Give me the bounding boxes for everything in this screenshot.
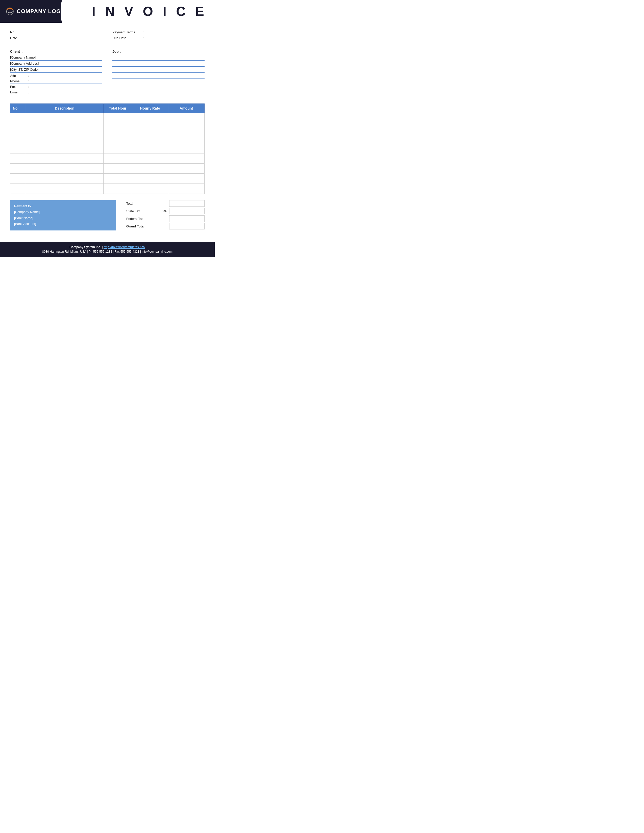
client-fax-row: Fax : (10, 85, 102, 89)
cell-1-1[interactable] (26, 123, 103, 133)
client-label: Client (10, 50, 20, 53)
footer-website-link[interactable]: http://freewordtemplates.net/ (103, 245, 145, 249)
no-label: No (10, 30, 40, 34)
payment-terms-row: Payment Terms : (113, 30, 204, 35)
cell-1-2[interactable] (103, 123, 132, 133)
cell-7-2[interactable] (103, 184, 132, 194)
client-header: Client : (10, 50, 102, 53)
grand-total-value-box[interactable] (169, 223, 204, 230)
cell-1-4[interactable] (168, 123, 204, 133)
cell-4-4[interactable] (168, 153, 204, 164)
cell-3-0[interactable] (10, 143, 26, 153)
cell-4-0[interactable] (10, 153, 26, 164)
cell-3-4[interactable] (168, 143, 204, 153)
cell-0-3[interactable] (132, 113, 168, 123)
table-row (10, 133, 204, 143)
col-amount: Amount (168, 104, 204, 113)
cell-7-4[interactable] (168, 184, 204, 194)
client-job-section: Client : [Company Name] [Company Address… (0, 44, 215, 101)
cell-6-1[interactable] (26, 174, 103, 184)
federal-tax-value-box[interactable] (169, 215, 204, 222)
total-row: Total (126, 200, 204, 207)
page-footer: Company System Inc. | http://freewordtem… (0, 242, 215, 257)
cell-3-1[interactable] (26, 143, 103, 153)
payment-bank-account: [Bank Account] (14, 221, 112, 227)
client-company-address[interactable]: [Company Address] (10, 61, 102, 67)
attn-colon: : (28, 74, 33, 77)
client-company-name[interactable]: [Company Name] (10, 56, 102, 61)
logo-section: COMPANY LOGO (0, 0, 71, 23)
total-value-box[interactable] (169, 200, 204, 207)
cell-6-0[interactable] (10, 174, 26, 184)
table-row (10, 184, 204, 194)
grand-total-row: Grand Total (126, 223, 204, 230)
job-field-2[interactable] (113, 61, 204, 67)
cell-1-3[interactable] (132, 123, 168, 133)
table-header: No Description Total Hour Hourly Rate Am… (10, 104, 204, 113)
cell-5-3[interactable] (132, 164, 168, 174)
cell-4-2[interactable] (103, 153, 132, 164)
payment-terms-colon: : (143, 30, 148, 34)
email-colon: : (28, 90, 33, 94)
cell-7-0[interactable] (10, 184, 26, 194)
attn-label: Attn (10, 74, 28, 77)
payment-company-name: [Company Name] (14, 209, 112, 215)
cell-6-4[interactable] (168, 174, 204, 184)
client-city-state-zip[interactable]: [City, ST, ZIP Code] (10, 68, 102, 73)
logo-text: COMPANY LOGO (17, 8, 65, 14)
cell-0-1[interactable] (26, 113, 103, 123)
footer-address: 8030 Harrington Rd, Miami, USA | Ph 555-… (5, 250, 209, 253)
table-header-row: No Description Total Hour Hourly Rate Am… (10, 104, 204, 113)
client-colon: : (21, 50, 23, 53)
invoice-title-section: I N V O I C E (71, 0, 215, 23)
job-field-1[interactable] (113, 56, 204, 61)
col-description: Description (26, 104, 103, 113)
email-label: Email (10, 90, 28, 94)
job-field-4[interactable] (113, 74, 204, 79)
due-date-label: Due Date (113, 36, 143, 40)
cell-2-2[interactable] (103, 133, 132, 143)
cell-5-0[interactable] (10, 164, 26, 174)
cell-6-3[interactable] (132, 174, 168, 184)
cell-2-4[interactable] (168, 133, 204, 143)
table-body (10, 113, 204, 194)
meta-section: No : Payment Terms : Date : Due Date : (0, 23, 215, 44)
cell-2-3[interactable] (132, 133, 168, 143)
cell-2-0[interactable] (10, 133, 26, 143)
date-colon: : (40, 36, 45, 40)
footer-company-name: Company System Inc. (69, 245, 101, 249)
cell-7-1[interactable] (26, 184, 103, 194)
federal-tax-row: Federal Tax (126, 215, 204, 222)
bottom-section: Payment to : [Company Name] [Bank Name] … (0, 196, 215, 234)
cell-5-2[interactable] (103, 164, 132, 174)
company-logo: COMPANY LOGO (5, 6, 65, 16)
cell-5-4[interactable] (168, 164, 204, 174)
cell-7-3[interactable] (132, 184, 168, 194)
cell-0-4[interactable] (168, 113, 204, 123)
cell-6-2[interactable] (103, 174, 132, 184)
cell-0-2[interactable] (103, 113, 132, 123)
fax-label: Fax (10, 85, 28, 88)
cell-3-2[interactable] (103, 143, 132, 153)
cell-1-0[interactable] (10, 123, 26, 133)
cell-4-1[interactable] (26, 153, 103, 164)
cell-4-3[interactable] (132, 153, 168, 164)
cell-5-1[interactable] (26, 164, 103, 174)
meta-grid: No : Payment Terms : Date : Due Date : (10, 30, 204, 42)
payment-label: Payment to : (14, 203, 112, 209)
page-header: COMPANY LOGO I N V O I C E (0, 0, 215, 23)
date-row: Date : (10, 36, 102, 41)
logo-icon (5, 6, 14, 16)
cell-0-0[interactable] (10, 113, 26, 123)
job-block: Job : (113, 50, 204, 96)
payment-terms-label: Payment Terms (113, 30, 143, 34)
footer-company-line: Company System Inc. | http://freewordtem… (5, 245, 209, 249)
fax-colon: : (28, 85, 33, 88)
state-tax-percent: 3% (159, 209, 169, 213)
state-tax-value-box[interactable] (169, 208, 204, 214)
invoice-title: I N V O I C E (92, 4, 207, 19)
cell-3-3[interactable] (132, 143, 168, 153)
table-row (10, 143, 204, 153)
cell-2-1[interactable] (26, 133, 103, 143)
job-field-3[interactable] (113, 68, 204, 73)
